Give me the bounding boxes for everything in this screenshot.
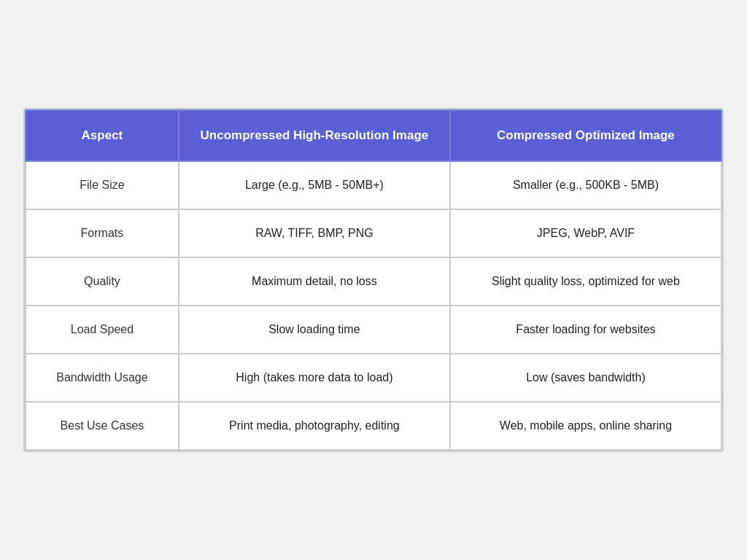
table-row: QualityMaximum detail, no lossSlight qua…	[26, 257, 721, 306]
cell-aspect-1: Formats	[26, 209, 179, 257]
cell-compressed-3: Faster loading for websites	[450, 306, 721, 354]
cell-aspect-4: Bandwidth Usage	[26, 354, 179, 402]
cell-uncompressed-0: Large (e.g., 5MB - 50MB+)	[179, 161, 450, 209]
header-compressed: Compressed Optimized Image	[450, 110, 721, 161]
comparison-table-wrapper: Aspect Uncompressed High-Resolution Imag…	[23, 108, 724, 452]
table-header-row: Aspect Uncompressed High-Resolution Imag…	[26, 110, 721, 161]
cell-aspect-2: Quality	[26, 257, 179, 306]
table-row: Bandwidth UsageHigh (takes more data to …	[26, 354, 721, 402]
header-uncompressed: Uncompressed High-Resolution Image	[179, 110, 450, 161]
cell-compressed-0: Smaller (e.g., 500KB - 5MB)	[450, 161, 721, 209]
table-row: FormatsRAW, TIFF, BMP, PNGJPEG, WebP, AV…	[26, 209, 721, 257]
cell-compressed-2: Slight quality loss, optimized for web	[450, 257, 721, 306]
cell-uncompressed-2: Maximum detail, no loss	[179, 257, 450, 306]
cell-compressed-1: JPEG, WebP, AVIF	[450, 209, 721, 257]
cell-uncompressed-3: Slow loading time	[179, 306, 450, 354]
table-row: Load SpeedSlow loading timeFaster loadin…	[26, 306, 721, 354]
cell-uncompressed-5: Print media, photography, editing	[179, 402, 450, 450]
cell-uncompressed-4: High (takes more data to load)	[179, 354, 450, 402]
header-aspect: Aspect	[26, 110, 179, 161]
cell-uncompressed-1: RAW, TIFF, BMP, PNG	[179, 209, 450, 257]
cell-aspect-3: Load Speed	[26, 306, 179, 354]
cell-aspect-5: Best Use Cases	[26, 402, 179, 450]
table-row: File SizeLarge (e.g., 5MB - 50MB+)Smalle…	[26, 161, 721, 209]
cell-compressed-5: Web, mobile apps, online sharing	[450, 402, 721, 450]
comparison-table: Aspect Uncompressed High-Resolution Imag…	[25, 109, 722, 451]
cell-aspect-0: File Size	[26, 161, 179, 209]
table-row: Best Use CasesPrint media, photography, …	[26, 402, 721, 450]
cell-compressed-4: Low (saves bandwidth)	[450, 354, 721, 402]
